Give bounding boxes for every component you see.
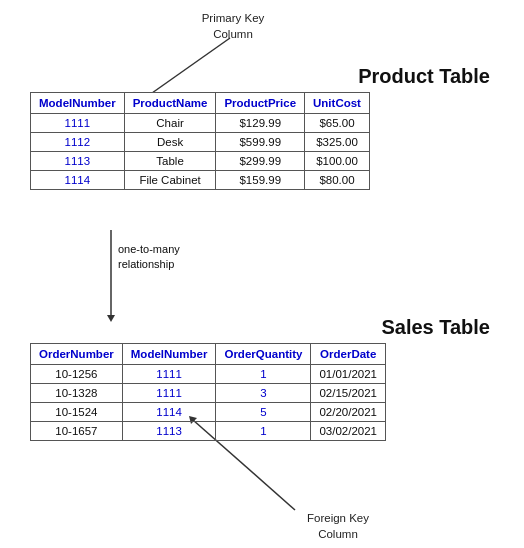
product-table-row: 1111Chair$129.99$65.00 xyxy=(31,114,370,133)
product-table-header-row: ModelNumber ProductName ProductPrice Uni… xyxy=(31,93,370,114)
product-cell: $599.99 xyxy=(216,133,305,152)
sales-table-row: 10-15241114502/20/2021 xyxy=(31,403,386,422)
product-cell: $65.00 xyxy=(305,114,370,133)
product-table-title: Product Table xyxy=(30,65,490,88)
col-order-number: OrderNumber xyxy=(31,344,123,365)
sales-table-row: 10-16571113103/02/2021 xyxy=(31,422,386,441)
col-unit-cost: UnitCost xyxy=(305,93,370,114)
primary-key-annotation: Primary Key Column xyxy=(178,10,288,42)
sales-cell: 5 xyxy=(216,403,311,422)
sales-cell: 10-1328 xyxy=(31,384,123,403)
product-table: ModelNumber ProductName ProductPrice Uni… xyxy=(30,92,370,190)
product-cell: Chair xyxy=(124,114,216,133)
sales-cell: 1113 xyxy=(122,422,216,441)
product-cell: Desk xyxy=(124,133,216,152)
sales-cell: 3 xyxy=(216,384,311,403)
product-cell: File Cabinet xyxy=(124,171,216,190)
product-cell: 1112 xyxy=(31,133,125,152)
sales-cell: 03/02/2021 xyxy=(311,422,386,441)
sales-table-section: Sales Table OrderNumber ModelNumber Orde… xyxy=(30,316,490,441)
product-cell: $100.00 xyxy=(305,152,370,171)
sales-table-title: Sales Table xyxy=(30,316,490,339)
col-model-number-sales: ModelNumber xyxy=(122,344,216,365)
sales-cell: 1111 xyxy=(122,365,216,384)
col-product-name: ProductName xyxy=(124,93,216,114)
product-cell: $299.99 xyxy=(216,152,305,171)
product-table-row: 1114File Cabinet$159.99$80.00 xyxy=(31,171,370,190)
sales-cell: 1111 xyxy=(122,384,216,403)
sales-cell: 01/01/2021 xyxy=(311,365,386,384)
product-cell: Table xyxy=(124,152,216,171)
sales-cell: 02/20/2021 xyxy=(311,403,386,422)
col-product-price: ProductPrice xyxy=(216,93,305,114)
col-model-number: ModelNumber xyxy=(31,93,125,114)
sales-cell: 1114 xyxy=(122,403,216,422)
sales-table: OrderNumber ModelNumber OrderQuantity Or… xyxy=(30,343,386,441)
col-order-date: OrderDate xyxy=(311,344,386,365)
product-cell: $129.99 xyxy=(216,114,305,133)
relationship-label: one-to-many relationship xyxy=(118,242,180,273)
sales-cell: 02/15/2021 xyxy=(311,384,386,403)
sales-cell: 10-1657 xyxy=(31,422,123,441)
sales-cell: 1 xyxy=(216,422,311,441)
sales-cell: 10-1256 xyxy=(31,365,123,384)
product-cell: 1111 xyxy=(31,114,125,133)
sales-cell: 10-1524 xyxy=(31,403,123,422)
product-cell: 1113 xyxy=(31,152,125,171)
foreign-key-annotation: Foreign Key Column xyxy=(278,510,398,542)
product-cell: 1114 xyxy=(31,171,125,190)
sales-table-row: 10-13281111302/15/2021 xyxy=(31,384,386,403)
product-cell: $159.99 xyxy=(216,171,305,190)
sales-table-header-row: OrderNumber ModelNumber OrderQuantity Or… xyxy=(31,344,386,365)
sales-table-row: 10-12561111101/01/2021 xyxy=(31,365,386,384)
product-cell: $80.00 xyxy=(305,171,370,190)
col-order-quantity: OrderQuantity xyxy=(216,344,311,365)
product-table-section: Product Table ModelNumber ProductName Pr… xyxy=(30,65,490,190)
main-container: Primary Key Column Product Table ModelNu… xyxy=(0,0,524,548)
product-table-row: 1113Table$299.99$100.00 xyxy=(31,152,370,171)
product-cell: $325.00 xyxy=(305,133,370,152)
sales-cell: 1 xyxy=(216,365,311,384)
product-table-row: 1112Desk$599.99$325.00 xyxy=(31,133,370,152)
